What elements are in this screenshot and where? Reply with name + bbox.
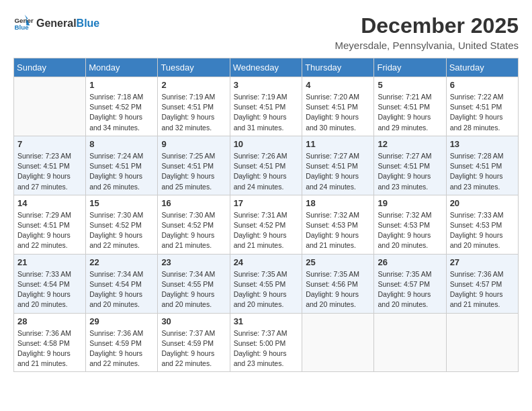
day-number: 9	[161, 139, 226, 149]
table-row: 13Sunrise: 7:28 AMSunset: 4:51 PMDayligh…	[446, 136, 518, 195]
title-area: December 2025 Meyersdale, Pennsylvania, …	[335, 13, 519, 51]
sunrise-text: Sunrise: 7:27 AM	[306, 151, 370, 161]
header: General Blue GeneralBlue December 2025 M…	[13, 13, 519, 51]
sunset-text: Sunset: 4:51 PM	[161, 161, 226, 171]
day-number: 11	[306, 139, 370, 149]
day-number: 22	[89, 257, 154, 267]
table-row: 15Sunrise: 7:30 AMSunset: 4:52 PMDayligh…	[86, 195, 158, 254]
sunset-text: Sunset: 4:51 PM	[450, 161, 515, 171]
sunrise-text: Sunrise: 7:25 AM	[161, 151, 226, 161]
month-year-title: December 2025	[335, 13, 519, 38]
day-number: 2	[161, 80, 226, 90]
daylight-minutes-text: and 23 minutes.	[450, 182, 515, 192]
table-row: 25Sunrise: 7:35 AMSunset: 4:56 PMDayligh…	[302, 254, 374, 313]
sunrise-text: Sunrise: 7:33 AM	[450, 210, 515, 220]
sunset-text: Sunset: 4:51 PM	[234, 161, 299, 171]
table-row: 28Sunrise: 7:36 AMSunset: 4:58 PMDayligh…	[14, 313, 86, 372]
daylight-minutes-text: and 22 minutes.	[161, 359, 226, 369]
sunrise-text: Sunrise: 7:18 AM	[89, 92, 154, 102]
sunrise-text: Sunrise: 7:36 AM	[17, 328, 82, 338]
daylight-minutes-text: and 26 minutes.	[89, 182, 154, 192]
daylight-minutes-text: and 20 minutes.	[378, 240, 442, 250]
sunrise-text: Sunrise: 7:19 AM	[161, 92, 226, 102]
day-detail: Sunrise: 7:25 AMSunset: 4:51 PMDaylight:…	[161, 151, 226, 192]
day-number: 17	[234, 198, 299, 208]
table-row: 11Sunrise: 7:27 AMSunset: 4:51 PMDayligh…	[302, 136, 374, 195]
daylight-text: Daylight: 9 hours	[234, 230, 299, 240]
sunrise-text: Sunrise: 7:20 AM	[306, 92, 370, 102]
table-row: 19Sunrise: 7:32 AMSunset: 4:53 PMDayligh…	[374, 195, 446, 254]
day-detail: Sunrise: 7:37 AMSunset: 4:59 PMDaylight:…	[161, 328, 226, 369]
daylight-minutes-text: and 21 minutes.	[450, 300, 515, 310]
sunrise-text: Sunrise: 7:35 AM	[234, 269, 299, 279]
table-row: 6Sunrise: 7:22 AMSunset: 4:51 PMDaylight…	[446, 77, 518, 136]
daylight-minutes-text: and 29 minutes.	[378, 123, 442, 133]
sunrise-text: Sunrise: 7:24 AM	[89, 151, 154, 161]
sunset-text: Sunset: 4:53 PM	[306, 220, 370, 230]
table-row: 8Sunrise: 7:24 AMSunset: 4:51 PMDaylight…	[86, 136, 158, 195]
daylight-text: Daylight: 9 hours	[161, 349, 226, 359]
daylight-minutes-text: and 24 minutes.	[234, 182, 299, 192]
table-row: 22Sunrise: 7:34 AMSunset: 4:54 PMDayligh…	[86, 254, 158, 313]
col-monday: Monday	[86, 58, 158, 77]
table-row: 27Sunrise: 7:36 AMSunset: 4:57 PMDayligh…	[446, 254, 518, 313]
table-row: 16Sunrise: 7:30 AMSunset: 4:52 PMDayligh…	[158, 195, 230, 254]
day-number: 31	[234, 316, 299, 326]
logo-blue: Blue	[77, 17, 100, 29]
day-detail: Sunrise: 7:20 AMSunset: 4:51 PMDaylight:…	[306, 92, 370, 133]
day-number: 4	[306, 80, 370, 90]
day-detail: Sunrise: 7:37 AMSunset: 5:00 PMDaylight:…	[234, 328, 299, 369]
day-number: 10	[234, 139, 299, 149]
sunset-text: Sunset: 4:53 PM	[378, 220, 442, 230]
daylight-minutes-text: and 27 minutes.	[17, 182, 82, 192]
day-detail: Sunrise: 7:19 AMSunset: 4:51 PMDaylight:…	[161, 92, 226, 133]
daylight-text: Daylight: 9 hours	[306, 171, 370, 181]
daylight-minutes-text: and 20 minutes.	[234, 300, 299, 310]
sunrise-text: Sunrise: 7:35 AM	[306, 269, 370, 279]
daylight-text: Daylight: 9 hours	[161, 112, 226, 122]
sunset-text: Sunset: 4:52 PM	[161, 220, 226, 230]
calendar-header-row: Sunday Monday Tuesday Wednesday Thursday…	[14, 58, 519, 77]
daylight-text: Daylight: 9 hours	[89, 171, 154, 181]
logo-wordmark: GeneralBlue	[36, 17, 99, 30]
col-tuesday: Tuesday	[158, 58, 230, 77]
table-row	[302, 313, 374, 372]
col-friday: Friday	[374, 58, 446, 77]
daylight-text: Daylight: 9 hours	[17, 349, 82, 359]
day-detail: Sunrise: 7:30 AMSunset: 4:52 PMDaylight:…	[161, 210, 226, 251]
day-detail: Sunrise: 7:27 AMSunset: 4:51 PMDaylight:…	[306, 151, 370, 192]
day-detail: Sunrise: 7:35 AMSunset: 4:55 PMDaylight:…	[234, 269, 299, 310]
logo: General Blue GeneralBlue	[13, 13, 99, 34]
day-number: 24	[234, 257, 299, 267]
day-detail: Sunrise: 7:24 AMSunset: 4:51 PMDaylight:…	[89, 151, 154, 192]
table-row: 17Sunrise: 7:31 AMSunset: 4:52 PMDayligh…	[230, 195, 302, 254]
daylight-minutes-text: and 20 minutes.	[306, 300, 370, 310]
table-row: 30Sunrise: 7:37 AMSunset: 4:59 PMDayligh…	[158, 313, 230, 372]
daylight-text: Daylight: 9 hours	[450, 230, 515, 240]
daylight-text: Daylight: 9 hours	[378, 289, 442, 300]
day-detail: Sunrise: 7:27 AMSunset: 4:51 PMDaylight:…	[378, 151, 442, 192]
sunset-text: Sunset: 4:57 PM	[378, 279, 442, 289]
sunset-text: Sunset: 4:58 PM	[17, 338, 82, 349]
daylight-text: Daylight: 9 hours	[89, 230, 154, 240]
day-detail: Sunrise: 7:36 AMSunset: 4:57 PMDaylight:…	[450, 269, 515, 310]
table-row: 4Sunrise: 7:20 AMSunset: 4:51 PMDaylight…	[302, 77, 374, 136]
day-detail: Sunrise: 7:21 AMSunset: 4:51 PMDaylight:…	[378, 92, 442, 133]
sunset-text: Sunset: 4:59 PM	[161, 338, 226, 349]
location-subtitle: Meyersdale, Pennsylvania, United States	[335, 40, 519, 51]
table-row: 1Sunrise: 7:18 AMSunset: 4:52 PMDaylight…	[86, 77, 158, 136]
day-number: 15	[89, 198, 154, 208]
day-number: 23	[161, 257, 226, 267]
day-detail: Sunrise: 7:36 AMSunset: 4:59 PMDaylight:…	[89, 328, 154, 369]
daylight-minutes-text: and 28 minutes.	[450, 123, 515, 133]
sunset-text: Sunset: 4:52 PM	[89, 220, 154, 230]
calendar-week-row: 28Sunrise: 7:36 AMSunset: 4:58 PMDayligh…	[14, 313, 519, 372]
daylight-minutes-text: and 21 minutes.	[17, 359, 82, 369]
table-row: 31Sunrise: 7:37 AMSunset: 5:00 PMDayligh…	[230, 313, 302, 372]
day-number: 29	[89, 316, 154, 326]
table-row: 23Sunrise: 7:34 AMSunset: 4:55 PMDayligh…	[158, 254, 230, 313]
daylight-minutes-text: and 20 minutes.	[161, 300, 226, 310]
sunrise-text: Sunrise: 7:37 AM	[234, 328, 299, 338]
daylight-minutes-text: and 23 minutes.	[378, 182, 442, 192]
day-number: 20	[450, 198, 515, 208]
